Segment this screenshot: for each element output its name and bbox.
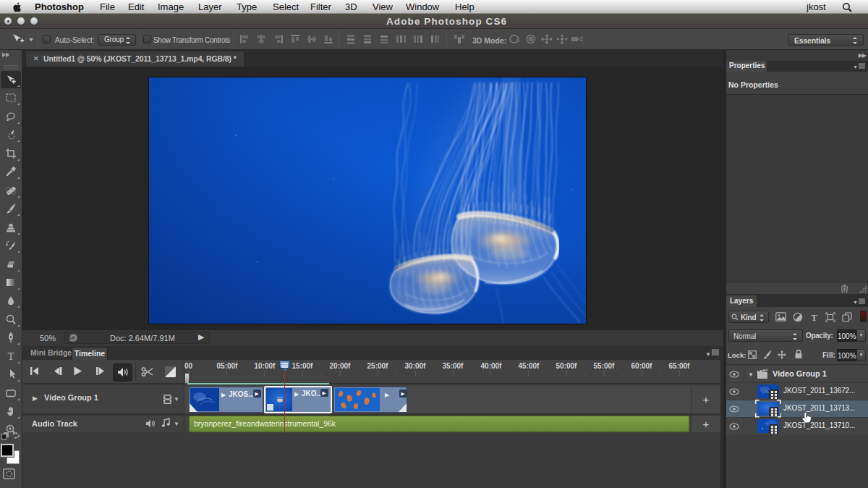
svg-text:T: T (811, 312, 817, 321)
svg-text:T: T (7, 350, 14, 362)
